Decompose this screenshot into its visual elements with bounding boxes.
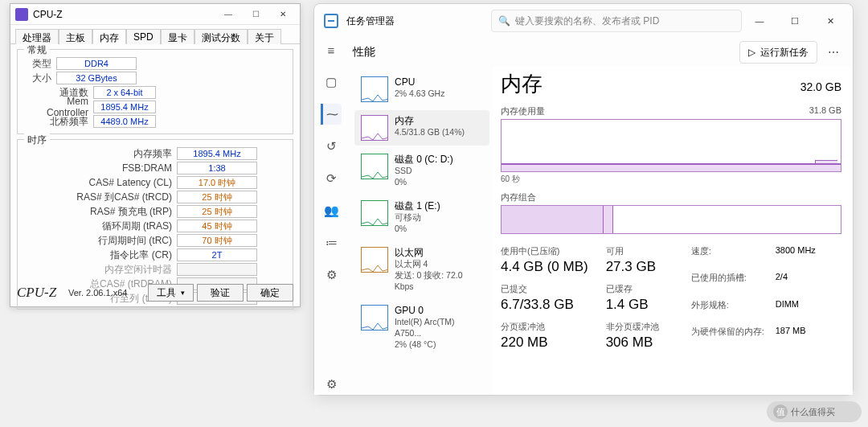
watermark-icon: 值 (773, 404, 788, 419)
slots-value: 2/4 (776, 272, 816, 297)
speed-label: 速度: (691, 245, 764, 270)
search-placeholder: 键入要搜索的名称、发布者或 PID (515, 14, 659, 28)
cpuz-tabs: 处理器 主板 内存 SPD 显卡 测试分数 关于 (10, 25, 300, 44)
timings-legend: 时序 (24, 133, 50, 147)
run-new-task-button[interactable]: ▷ 运行新任务 (739, 41, 817, 64)
tab-bench[interactable]: 测试分数 (194, 29, 248, 44)
perf-item-0[interactable]: CPU2% 4.63 GHz (354, 72, 489, 107)
memory-detail: 内存 32.0 GB 内存使用量 31.8 GB 60 秒 内存组合 (493, 67, 853, 395)
search-input[interactable]: 🔍 键入要搜索的名称、发布者或 PID (491, 10, 742, 32)
perf-item-1[interactable]: 内存4.5/31.8 GB (14%) (354, 110, 489, 146)
tab-mainboard[interactable]: 主板 (59, 29, 92, 44)
task-manager-window: 任务管理器 🔍 键入要搜索的名称、发布者或 PID — ☐ ✕ ≡ ▢ ⁓ ↺ … (313, 3, 854, 396)
perf-item-5[interactable]: GPU 0Intel(R) Arc(TM) A750...2% (48 °C) (354, 300, 489, 355)
timing-value: 45 时钟 (177, 220, 257, 232)
tab-cpu[interactable]: 处理器 (15, 29, 59, 44)
tab-spd[interactable]: SPD (126, 29, 161, 44)
timing-label: 内存空闲计时器 (72, 263, 177, 277)
tab-about[interactable]: 关于 (248, 29, 281, 44)
performance-icon[interactable]: ⁓ (321, 104, 342, 125)
details-icon[interactable]: ≔ (321, 232, 342, 253)
tools-button[interactable]: 工具 (148, 284, 194, 302)
timing-value: 17.0 时钟 (177, 176, 257, 189)
perf-item-title: 磁盘 1 (E:) (395, 200, 440, 211)
perf-item-3[interactable]: 磁盘 1 (E:)可移动0% (354, 195, 489, 239)
maximize-button[interactable]: ☐ (242, 6, 269, 23)
avail-value: 27.3 GB (606, 259, 659, 275)
memory-usage-graph (501, 119, 841, 172)
size-value: 32 GBytes (56, 72, 137, 84)
perf-item-title: CPU (395, 76, 444, 88)
committed-label: 已提交 (501, 283, 588, 295)
nb-value: 4489.0 MHz (93, 115, 156, 128)
tm-maximize-button[interactable]: ☐ (777, 9, 813, 33)
tm-title: 任务管理器 (346, 14, 451, 28)
minimize-button[interactable]: — (215, 6, 242, 23)
timing-value (177, 263, 257, 276)
mc-value: 1895.4 MHz (93, 101, 156, 113)
nav-rail: ≡ ▢ ⁓ ↺ ⟳ 👥 ≔ ⚙ ⚙ (314, 38, 348, 395)
timing-label: RAS# 预充电 (tRP) (72, 205, 177, 219)
tm-minimize-button[interactable]: — (742, 9, 777, 33)
detail-capacity: 32.0 GB (800, 80, 841, 93)
reserved-label: 为硬件保留的内存: (691, 326, 764, 351)
nonpaged-label: 非分页缓冲池 (606, 321, 659, 333)
channels-value: 2 x 64-bit (93, 86, 156, 99)
tm-titlebar[interactable]: 任务管理器 🔍 键入要搜索的名称、发布者或 PID — ☐ ✕ (314, 4, 853, 38)
tab-graphics[interactable]: 显卡 (161, 29, 194, 44)
in-use-label: 使用中(已压缩) (501, 245, 588, 257)
cpuz-titlebar[interactable]: CPU-Z — ☐ ✕ (10, 4, 300, 25)
hamburger-icon[interactable]: ≡ (321, 39, 342, 60)
timing-value: 25 时钟 (177, 191, 257, 203)
type-value: DDR4 (56, 57, 137, 70)
x-axis: 60 秒 (501, 174, 841, 185)
users-icon[interactable]: 👥 (321, 200, 342, 221)
form-label: 外形规格: (691, 299, 764, 324)
perf-thumb (361, 200, 388, 226)
history-icon[interactable]: ↺ (321, 136, 342, 157)
startup-icon[interactable]: ⟳ (321, 168, 342, 189)
perf-thumb (361, 305, 388, 331)
in-use-value: 4.4 GB (0 MB) (501, 259, 588, 275)
more-options-button[interactable]: ⋯ (822, 41, 845, 64)
perf-item-sub2: 2% (48 °C) (395, 339, 483, 350)
perf-item-sub: SSD (395, 165, 453, 176)
services-icon[interactable]: ⚙ (321, 265, 342, 285)
ok-button[interactable]: 确定 (247, 284, 293, 302)
timing-value: 1895.4 MHz (177, 147, 257, 160)
search-icon: 🔍 (498, 15, 510, 27)
perf-item-sub2: 0% (395, 176, 453, 187)
processes-icon[interactable]: ▢ (321, 72, 342, 92)
tab-memory[interactable]: 内存 (92, 29, 126, 44)
perf-item-sub: Intel(R) Arc(TM) A750... (395, 316, 483, 339)
perf-item-2[interactable]: 磁盘 0 (C: D:)SSD0% (354, 149, 489, 192)
perf-item-sub: 4.5/31.8 GB (14%) (395, 126, 465, 138)
cached-value: 1.4 GB (606, 297, 659, 313)
perf-item-sub: 可移动 (395, 211, 440, 223)
reserved-value: 187 MB (776, 326, 816, 351)
composition-label: 内存组合 (501, 191, 841, 203)
paged-value: 220 MB (501, 335, 588, 351)
validate-button[interactable]: 验证 (197, 284, 244, 302)
tm-close-button[interactable]: ✕ (813, 9, 848, 33)
perf-list: CPU2% 4.63 GHz内存4.5/31.8 GB (14%)磁盘 0 (C… (348, 67, 493, 395)
settings-icon[interactable]: ⚙ (321, 374, 342, 395)
cpuz-title: CPU-Z (33, 9, 215, 20)
perf-item-sub: 2% 4.63 GHz (395, 88, 444, 99)
timing-label: 内存频率 (72, 147, 177, 161)
perf-item-4[interactable]: 以太网以太网 4发送: 0 接收: 72.0 Kbps (354, 242, 489, 297)
form-value: DIMM (776, 299, 816, 324)
perf-thumb (361, 154, 388, 179)
cpuz-bottom: CPU-Z Ver. 2.06.1.x64 工具 验证 确定 (17, 284, 293, 302)
speed-value: 3800 MHz (776, 245, 816, 270)
usage-max: 31.8 GB (809, 105, 841, 117)
general-group: 常规 类型DDR4 大小32 GBytes 通道数2 x 64-bit Mem … (17, 49, 293, 134)
memory-composition-bar (501, 205, 841, 234)
timing-label: RAS# 到CAS# (tRCD) (72, 191, 177, 204)
timing-label: FSB:DRAM (72, 162, 177, 174)
cpuz-brand: CPU-Z (17, 285, 65, 301)
close-button[interactable]: ✕ (269, 6, 297, 23)
type-label: 类型 (24, 57, 56, 71)
run-icon: ▷ (748, 47, 755, 58)
page-heading: 性能 (353, 45, 739, 60)
